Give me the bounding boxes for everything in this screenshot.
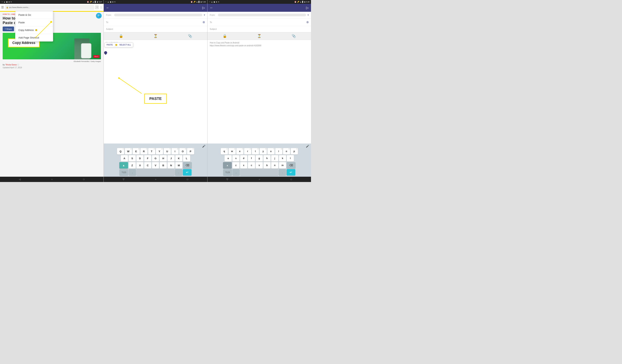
key-f-lower[interactable]: f: [248, 155, 255, 162]
recents-nav-button-2[interactable]: □: [187, 178, 188, 181]
mic-icon-3[interactable]: 🎤: [306, 145, 309, 148]
backspace-key-2[interactable]: ⌫: [183, 162, 192, 169]
from-dropdown-arrow-3[interactable]: ▾: [308, 14, 309, 16]
key-p-lower[interactable]: 0p: [291, 148, 298, 154]
hamburger-icon[interactable]: ☰: [1, 5, 4, 9]
browser-bar[interactable]: ☰ 🔒 tps://www.lifewire.com/co... 3 ⋮: [0, 4, 103, 11]
key-z[interactable]: Z: [129, 162, 136, 169]
paste-go-item[interactable]: Paste & Go: [15, 11, 53, 19]
home-nav-button-3[interactable]: ○: [259, 178, 260, 181]
key-c-lower[interactable]: c: [248, 162, 255, 169]
key-b[interactable]: B: [160, 162, 167, 169]
key-t[interactable]: 5T: [148, 148, 155, 154]
key-d-lower[interactable]: d: [240, 155, 247, 162]
paperclip-toolbar-icon-3[interactable]: 📎: [292, 34, 296, 38]
recents-nav-button[interactable]: □: [83, 178, 84, 181]
from-dropdown-arrow-2[interactable]: ▾: [204, 14, 205, 16]
key-y-lower[interactable]: 6y: [260, 148, 267, 154]
subject-field-row-3[interactable]: Subject: [208, 26, 311, 32]
hourglass-toolbar-icon-2[interactable]: ⏳: [154, 34, 157, 38]
paperclip-toolbar-icon-2[interactable]: 📎: [188, 34, 192, 38]
pin-it-badge[interactable]: Pin it: [93, 55, 99, 58]
key-x-lower[interactable]: x: [240, 162, 247, 169]
symbols-key-2[interactable]: ?123: [119, 169, 128, 175]
add-recipient-button-3[interactable]: ⊕: [306, 20, 309, 24]
key-v[interactable]: V: [152, 162, 159, 169]
key-k[interactable]: K: [175, 155, 182, 162]
share-facebook-button[interactable]: f Share: [3, 27, 14, 31]
overflow-menu-icon[interactable]: ⋮: [100, 6, 102, 9]
context-menu[interactable]: Paste & Go Paste Copy Address Add Page S…: [15, 11, 53, 41]
recents-nav-button-3[interactable]: □: [291, 178, 292, 181]
send-button-2[interactable]: ▷: [202, 6, 205, 10]
key-a-lower[interactable]: a: [225, 155, 232, 162]
comma-key-3[interactable]: ,: [233, 169, 240, 175]
key-o-lower[interactable]: 9o: [283, 148, 290, 154]
search-icon[interactable]: 🔍: [96, 13, 102, 19]
key-w-lower[interactable]: 2w: [229, 148, 236, 154]
enter-key-2[interactable]: ↵: [183, 169, 192, 175]
select-all-popup-button-2[interactable]: SELECT ALL: [117, 43, 133, 47]
lock-toolbar-icon-3[interactable]: 🔒: [223, 34, 227, 38]
key-z-lower[interactable]: z: [232, 162, 239, 169]
key-c[interactable]: C: [144, 162, 151, 169]
tab-count-badge[interactable]: 3: [95, 6, 99, 9]
key-j-lower[interactable]: j: [271, 155, 278, 162]
period-key-2[interactable]: .: [175, 169, 182, 175]
key-i[interactable]: 8I: [172, 148, 179, 154]
shift-key-3[interactable]: ▲: [223, 162, 232, 169]
subject-field-row-2[interactable]: Subject: [104, 26, 207, 32]
back-nav-button-2[interactable]: ▽: [123, 178, 124, 181]
key-e-lower[interactable]: 3e: [236, 148, 243, 154]
back-button-2[interactable]: ←: [106, 6, 109, 10]
to-field-row-2[interactable]: To ⊕: [104, 19, 207, 26]
add-page-shortcut-item[interactable]: Add Page Shortcut: [15, 34, 53, 41]
enter-key-3[interactable]: ↵: [287, 169, 295, 175]
key-r[interactable]: 4R: [140, 148, 148, 154]
back-nav-button-3[interactable]: ▽: [226, 178, 228, 181]
hourglass-toolbar-icon-3[interactable]: ⏳: [257, 34, 261, 38]
key-t-lower[interactable]: 5t: [252, 148, 259, 154]
key-v-lower[interactable]: v: [256, 162, 263, 169]
back-button-3[interactable]: ←: [210, 6, 213, 10]
paste-popup-button-2[interactable]: PASTE: [105, 43, 115, 47]
from-value-3[interactable]: [218, 14, 306, 16]
key-n-lower[interactable]: n: [271, 162, 278, 169]
key-m-lower[interactable]: m: [279, 162, 286, 169]
author-link[interactable]: Tricia Goss: [5, 63, 17, 66]
mic-icon-2[interactable]: 🎤: [202, 145, 205, 148]
symbols-key-3[interactable]: ?123: [223, 169, 232, 175]
home-nav-button[interactable]: ○: [51, 178, 53, 181]
key-w[interactable]: 2W: [125, 148, 132, 154]
key-u[interactable]: 7U: [164, 148, 171, 154]
lock-toolbar-icon-2[interactable]: 🔒: [119, 34, 123, 38]
key-k-lower[interactable]: k: [279, 155, 286, 162]
comma-key-2[interactable]: ,: [129, 169, 136, 175]
key-m[interactable]: M: [175, 162, 182, 169]
key-u-lower[interactable]: 7u: [267, 148, 274, 154]
add-recipient-button-2[interactable]: ⊕: [203, 20, 205, 24]
space-key-3[interactable]: [240, 169, 278, 175]
key-o[interactable]: 9O: [179, 148, 186, 154]
key-b-lower[interactable]: b: [263, 162, 271, 169]
key-q[interactable]: 1Q: [117, 148, 124, 154]
send-button-3[interactable]: ▷: [306, 6, 309, 10]
key-s[interactable]: S: [129, 155, 136, 162]
key-h[interactable]: H: [160, 155, 167, 162]
key-l-lower[interactable]: l: [287, 155, 294, 162]
email-body-area-3[interactable]: How to Copy and Paste on Android https:/…: [208, 40, 311, 144]
key-j[interactable]: J: [167, 155, 175, 162]
key-f[interactable]: F: [144, 155, 151, 162]
email-body-area-2[interactable]: H... n Android PASTE SELECT ALL PASTE: [104, 40, 207, 144]
key-e[interactable]: 3E: [133, 148, 140, 154]
backspace-key-3[interactable]: ⌫: [287, 162, 295, 169]
key-s-lower[interactable]: s: [232, 155, 239, 162]
period-key-3[interactable]: .: [279, 169, 286, 175]
shift-key-2[interactable]: ▲: [119, 162, 128, 169]
key-n[interactable]: N: [167, 162, 175, 169]
copy-address-item[interactable]: Copy Address: [15, 26, 53, 34]
key-r-lower[interactable]: 4r: [244, 148, 251, 154]
key-a[interactable]: A: [121, 155, 128, 162]
key-d[interactable]: D: [136, 155, 144, 162]
key-g[interactable]: G: [152, 155, 159, 162]
